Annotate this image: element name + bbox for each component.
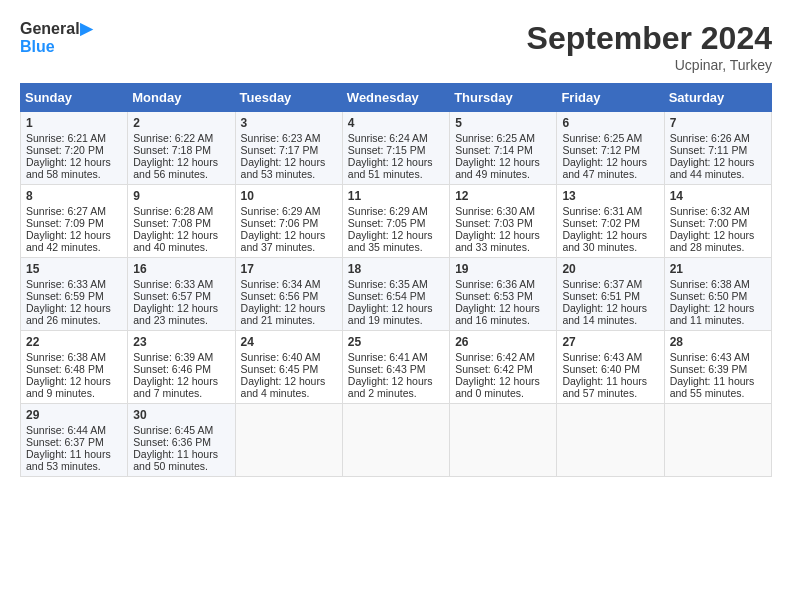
day-number: 3 — [241, 116, 337, 130]
daylight-text: Daylight: 12 hours and 51 minutes. — [348, 156, 433, 180]
calendar-cell: 6Sunrise: 6:25 AMSunset: 7:12 PMDaylight… — [557, 112, 664, 185]
sunset-text: Sunset: 7:08 PM — [133, 217, 211, 229]
daylight-text: Daylight: 12 hours and 49 minutes. — [455, 156, 540, 180]
sunrise-text: Sunrise: 6:33 AM — [133, 278, 213, 290]
day-number: 20 — [562, 262, 658, 276]
calendar-cell: 2Sunrise: 6:22 AMSunset: 7:18 PMDaylight… — [128, 112, 235, 185]
daylight-text: Daylight: 12 hours and 9 minutes. — [26, 375, 111, 399]
logo: General▶ Blue — [20, 20, 92, 55]
col-sunday: Sunday — [21, 84, 128, 112]
day-number: 2 — [133, 116, 229, 130]
calendar-cell: 30Sunrise: 6:45 AMSunset: 6:36 PMDayligh… — [128, 404, 235, 477]
sunrise-text: Sunrise: 6:38 AM — [26, 351, 106, 363]
day-number: 9 — [133, 189, 229, 203]
calendar-cell: 12Sunrise: 6:30 AMSunset: 7:03 PMDayligh… — [450, 185, 557, 258]
daylight-text: Daylight: 12 hours and 16 minutes. — [455, 302, 540, 326]
calendar-cell: 13Sunrise: 6:31 AMSunset: 7:02 PMDayligh… — [557, 185, 664, 258]
calendar-cell: 19Sunrise: 6:36 AMSunset: 6:53 PMDayligh… — [450, 258, 557, 331]
daylight-text: Daylight: 12 hours and 4 minutes. — [241, 375, 326, 399]
sunset-text: Sunset: 7:11 PM — [670, 144, 748, 156]
sunset-text: Sunset: 7:03 PM — [455, 217, 533, 229]
sunset-text: Sunset: 7:20 PM — [26, 144, 104, 156]
sunrise-text: Sunrise: 6:25 AM — [562, 132, 642, 144]
daylight-text: Daylight: 12 hours and 44 minutes. — [670, 156, 755, 180]
sunset-text: Sunset: 6:46 PM — [133, 363, 211, 375]
day-number: 18 — [348, 262, 444, 276]
sunrise-text: Sunrise: 6:29 AM — [241, 205, 321, 217]
sunrise-text: Sunrise: 6:43 AM — [670, 351, 750, 363]
logo-text: General▶ Blue — [20, 20, 92, 55]
calendar-cell: 18Sunrise: 6:35 AMSunset: 6:54 PMDayligh… — [342, 258, 449, 331]
sunrise-text: Sunrise: 6:37 AM — [562, 278, 642, 290]
sunrise-text: Sunrise: 6:44 AM — [26, 424, 106, 436]
calendar-table: Sunday Monday Tuesday Wednesday Thursday… — [20, 83, 772, 477]
col-saturday: Saturday — [664, 84, 771, 112]
calendar-cell: 8Sunrise: 6:27 AMSunset: 7:09 PMDaylight… — [21, 185, 128, 258]
daylight-text: Daylight: 12 hours and 21 minutes. — [241, 302, 326, 326]
col-friday: Friday — [557, 84, 664, 112]
calendar-cell: 21Sunrise: 6:38 AMSunset: 6:50 PMDayligh… — [664, 258, 771, 331]
calendar-cell: 22Sunrise: 6:38 AMSunset: 6:48 PMDayligh… — [21, 331, 128, 404]
sunrise-text: Sunrise: 6:27 AM — [26, 205, 106, 217]
day-number: 6 — [562, 116, 658, 130]
sunrise-text: Sunrise: 6:22 AM — [133, 132, 213, 144]
sunrise-text: Sunrise: 6:26 AM — [670, 132, 750, 144]
sunset-text: Sunset: 7:12 PM — [562, 144, 640, 156]
page-header: General▶ Blue September 2024 Ucpinar, Tu… — [20, 20, 772, 73]
day-number: 10 — [241, 189, 337, 203]
sunset-text: Sunset: 7:09 PM — [26, 217, 104, 229]
day-number: 15 — [26, 262, 122, 276]
calendar-cell — [235, 404, 342, 477]
day-number: 7 — [670, 116, 766, 130]
daylight-text: Daylight: 12 hours and 26 minutes. — [26, 302, 111, 326]
sunset-text: Sunset: 6:50 PM — [670, 290, 748, 302]
sunset-text: Sunset: 6:40 PM — [562, 363, 640, 375]
sunrise-text: Sunrise: 6:31 AM — [562, 205, 642, 217]
sunset-text: Sunset: 7:18 PM — [133, 144, 211, 156]
sunset-text: Sunset: 6:53 PM — [455, 290, 533, 302]
day-number: 8 — [26, 189, 122, 203]
sunset-text: Sunset: 6:56 PM — [241, 290, 319, 302]
sunrise-text: Sunrise: 6:42 AM — [455, 351, 535, 363]
day-number: 4 — [348, 116, 444, 130]
sunset-text: Sunset: 6:42 PM — [455, 363, 533, 375]
sunset-text: Sunset: 7:14 PM — [455, 144, 533, 156]
calendar-cell — [450, 404, 557, 477]
daylight-text: Daylight: 12 hours and 23 minutes. — [133, 302, 218, 326]
sunrise-text: Sunrise: 6:43 AM — [562, 351, 642, 363]
sunset-text: Sunset: 7:06 PM — [241, 217, 319, 229]
daylight-text: Daylight: 11 hours and 53 minutes. — [26, 448, 111, 472]
calendar-cell: 27Sunrise: 6:43 AMSunset: 6:40 PMDayligh… — [557, 331, 664, 404]
calendar-cell: 23Sunrise: 6:39 AMSunset: 6:46 PMDayligh… — [128, 331, 235, 404]
day-number: 28 — [670, 335, 766, 349]
daylight-text: Daylight: 11 hours and 50 minutes. — [133, 448, 218, 472]
daylight-text: Daylight: 12 hours and 11 minutes. — [670, 302, 755, 326]
sunset-text: Sunset: 7:17 PM — [241, 144, 319, 156]
calendar-cell — [342, 404, 449, 477]
sunset-text: Sunset: 6:51 PM — [562, 290, 640, 302]
calendar-cell — [664, 404, 771, 477]
col-monday: Monday — [128, 84, 235, 112]
sunset-text: Sunset: 6:37 PM — [26, 436, 104, 448]
sunset-text: Sunset: 6:57 PM — [133, 290, 211, 302]
daylight-text: Daylight: 12 hours and 35 minutes. — [348, 229, 433, 253]
sunrise-text: Sunrise: 6:29 AM — [348, 205, 428, 217]
day-number: 16 — [133, 262, 229, 276]
calendar-cell: 14Sunrise: 6:32 AMSunset: 7:00 PMDayligh… — [664, 185, 771, 258]
daylight-text: Daylight: 12 hours and 2 minutes. — [348, 375, 433, 399]
sunrise-text: Sunrise: 6:36 AM — [455, 278, 535, 290]
daylight-text: Daylight: 11 hours and 57 minutes. — [562, 375, 647, 399]
calendar-cell: 9Sunrise: 6:28 AMSunset: 7:08 PMDaylight… — [128, 185, 235, 258]
col-wednesday: Wednesday — [342, 84, 449, 112]
daylight-text: Daylight: 12 hours and 33 minutes. — [455, 229, 540, 253]
calendar-cell: 25Sunrise: 6:41 AMSunset: 6:43 PMDayligh… — [342, 331, 449, 404]
daylight-text: Daylight: 12 hours and 58 minutes. — [26, 156, 111, 180]
sunrise-text: Sunrise: 6:39 AM — [133, 351, 213, 363]
day-number: 22 — [26, 335, 122, 349]
day-number: 29 — [26, 408, 122, 422]
day-number: 27 — [562, 335, 658, 349]
daylight-text: Daylight: 12 hours and 30 minutes. — [562, 229, 647, 253]
sunset-text: Sunset: 6:39 PM — [670, 363, 748, 375]
sunrise-text: Sunrise: 6:41 AM — [348, 351, 428, 363]
day-number: 25 — [348, 335, 444, 349]
